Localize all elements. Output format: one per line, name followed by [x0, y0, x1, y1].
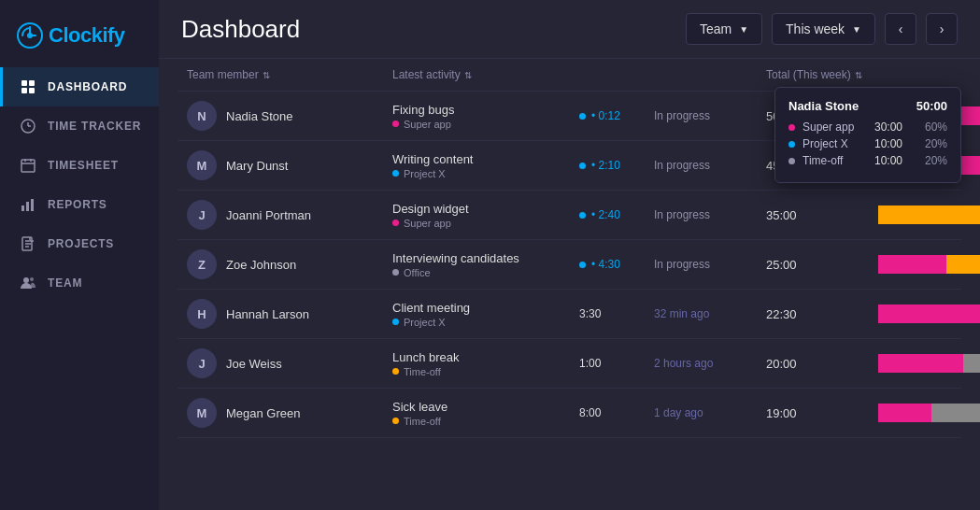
sidebar-item-timesheet[interactable]: Timesheet [0, 146, 159, 185]
tooltip-pct: 20% [917, 137, 947, 150]
timer-cell: 8:00 [579, 406, 654, 419]
grid-icon [20, 78, 36, 95]
col-empty3 [878, 68, 980, 81]
bar-cell [878, 354, 980, 373]
total-time: 22:30 [766, 307, 878, 321]
timer-dot [579, 163, 586, 169]
activity-name: Writing content [392, 152, 579, 166]
sidebar-item-projects[interactable]: Projects [0, 224, 159, 263]
activity-project: Project X [392, 168, 579, 179]
project-label: Super app [404, 119, 451, 130]
avatar: M [187, 150, 217, 180]
tooltip-dot [788, 158, 795, 164]
activity-cell: Design widget Super app [392, 202, 579, 229]
total-time: 20:00 [766, 357, 878, 371]
week-dropdown[interactable]: This week ▼ [772, 13, 875, 45]
col-label: Team member [187, 68, 259, 81]
avatar: Z [187, 249, 217, 279]
col-label: Total (This week) [766, 68, 851, 81]
sidebar-item-label: Projects [48, 237, 114, 250]
bar-segment [931, 404, 980, 422]
logo-label: Clockify [49, 23, 125, 48]
sidebar-item-time-tracker[interactable]: Time Tracker [0, 106, 159, 146]
project-dot [392, 269, 399, 276]
col-total: Total (This week) ⇅ [766, 68, 878, 81]
status-cell: 1 day ago [654, 406, 766, 419]
team-dropdown[interactable]: Team ▼ [686, 13, 762, 45]
activity-name: Design widget [392, 202, 579, 216]
next-button[interactable]: › [926, 13, 958, 45]
table-body: N Nadia Stone Fixing bugs Super app • 0:… [178, 92, 961, 438]
sort-icon[interactable]: ⇅ [855, 70, 862, 80]
svg-rect-7 [29, 88, 35, 93]
bar-segment [878, 404, 931, 422]
activity-project: Office [392, 267, 579, 278]
page-title: Dashboard [181, 15, 686, 44]
col-empty1 [579, 68, 654, 81]
sidebar-item-dashboard[interactable]: Dashboard [0, 67, 159, 106]
document-icon [20, 235, 36, 252]
avatar: M [187, 398, 217, 428]
project-label: Time-off [404, 416, 441, 427]
status-cell: In progress [654, 159, 766, 172]
bar-segment [878, 205, 980, 224]
col-label: Latest activity [392, 68, 461, 81]
tooltip-label: Super app [802, 120, 867, 134]
bar-segment [878, 255, 946, 274]
timer-value: 8:00 [579, 406, 601, 419]
member-name: Nadia Stone [226, 109, 293, 123]
timer-cell: • 0:12 [579, 109, 654, 122]
project-label: Project X [404, 317, 446, 328]
main-content: Dashboard Team ▼ This week ▼ ‹ › Team me… [159, 0, 980, 510]
team-label: Team [700, 21, 731, 36]
sidebar-item-label: Reports [48, 198, 107, 211]
activity-name: Fixing bugs [392, 103, 579, 117]
tooltip-dot [788, 124, 795, 131]
activity-project: Super app [392, 218, 579, 229]
project-dot [392, 418, 399, 424]
tooltip-time: 10:00 [874, 137, 902, 150]
member-name: Megan Green [226, 406, 301, 420]
prev-button[interactable]: ‹ [885, 13, 916, 45]
project-label: Office [404, 267, 431, 278]
tooltip-pct: 20% [917, 154, 947, 167]
sort-icon[interactable]: ⇅ [464, 70, 472, 80]
sidebar-item-reports[interactable]: Reports [0, 185, 159, 224]
member-cell: J Joe Weiss [187, 348, 392, 378]
bar-segment [963, 354, 980, 373]
activity-project: Time-off [392, 366, 579, 377]
status-cell: In progress [654, 109, 766, 122]
sidebar-item-label: Dashboard [48, 80, 127, 93]
tooltip-time: 30:00 [874, 120, 902, 134]
bar-segment [946, 255, 980, 274]
chevron-left-icon: ‹ [899, 21, 903, 36]
total-time: 25:00 [766, 258, 878, 272]
timer-cell: • 4:30 [579, 258, 654, 271]
chevron-down-icon: ▼ [852, 24, 861, 35]
status-cell: In progress [654, 258, 766, 271]
activity-name: Sick leave [392, 400, 579, 414]
clock-icon [20, 118, 36, 135]
svg-point-23 [30, 277, 34, 281]
table-row: J Joe Weiss Lunch break Time-off 1:00 2 … [178, 339, 961, 389]
total-time: 35:00 [766, 208, 878, 222]
status-cell: In progress [654, 208, 766, 221]
tooltip-row: Super app 30:00 60% [788, 120, 947, 134]
svg-rect-16 [26, 202, 29, 211]
project-label: Project X [404, 168, 446, 179]
bar-segment [878, 305, 980, 323]
member-cell: Z Zoe Johnson [187, 249, 392, 279]
svg-point-22 [23, 277, 29, 283]
avatar: J [187, 348, 217, 378]
activity-project: Super app [392, 119, 579, 130]
sort-icon[interactable]: ⇅ [263, 70, 270, 80]
timer-cell: • 2:40 [579, 208, 654, 221]
timer-value: • 0:12 [591, 109, 620, 122]
project-label: Time-off [404, 366, 441, 377]
total-time: 19:00 [766, 406, 878, 420]
activity-name: Lunch break [392, 350, 579, 364]
chevron-right-icon: › [940, 21, 944, 36]
timer-dot [579, 113, 586, 120]
sidebar-item-team[interactable]: Team [0, 263, 159, 303]
activity-name: Interviewing candidates [392, 251, 579, 265]
